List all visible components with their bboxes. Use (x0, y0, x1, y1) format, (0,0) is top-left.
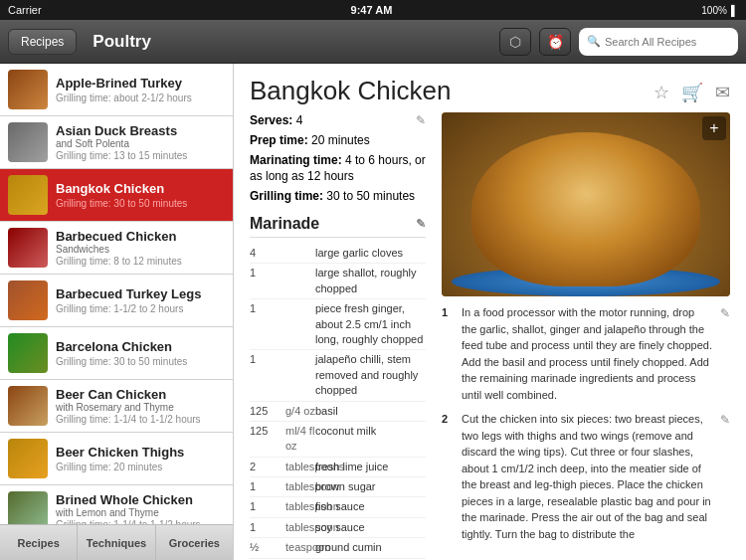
grill-icon-button[interactable]: ⬡ (499, 28, 531, 56)
recipe-name: Bangkok Chicken (56, 181, 225, 197)
status-bar: Carrier 9:47 AM 100% ▌ (0, 0, 746, 20)
recipe-thumbnail (8, 333, 48, 373)
recipes-back-button[interactable]: Recipes (8, 29, 77, 55)
ingredient-qty: 4 (250, 246, 285, 261)
ingredient-unit: g/4 oz (285, 404, 315, 419)
timer-icon: ⏰ (547, 34, 564, 50)
recipe-image: + (442, 112, 730, 296)
recipe-name: Apple-Brined Turkey (56, 76, 225, 92)
ingredient-unit: tablespoons (285, 460, 315, 474)
instruction-item: 1 In a food processor with the motor run… (442, 304, 730, 403)
recipe-item[interactable]: Brined Whole Chicken with Lemon and Thym… (0, 485, 233, 524)
ingredient-unit (285, 301, 315, 347)
ingredient-item: 1 piece fresh ginger, about 2.5 cm/1 inc… (250, 299, 426, 350)
detail-right: + 1 In a food processor with the motor r… (442, 112, 730, 560)
recipe-list: Apple-Brined Turkey Grilling time: about… (0, 64, 233, 524)
detail-left: Serves: 4 ✎ Prep time: 20 minutes Marina… (250, 112, 426, 560)
ingredient-item: 1 jalapeño chilli, stem removed and roug… (250, 350, 426, 401)
recipe-item[interactable]: Barbecued Turkey Legs Grilling time: 1-1… (0, 275, 233, 327)
sidebar: Apple-Brined Turkey Grilling time: about… (0, 64, 234, 560)
recipe-name: Barcelona Chicken (56, 339, 225, 355)
recipe-thumbnail (8, 70, 48, 109)
recipe-thumbnail (8, 228, 48, 268)
grill-icon: ⬡ (509, 34, 521, 50)
search-box[interactable]: 🔍 (579, 28, 738, 56)
timer-icon-button[interactable]: ⏰ (539, 28, 571, 56)
recipe-name: Barbecued Turkey Legs (56, 286, 225, 302)
ingredient-qty: 125 (250, 404, 285, 419)
recipe-name: Beer Can Chicken (56, 387, 225, 403)
recipe-image-inner (442, 112, 730, 296)
prep-row: Prep time: 20 minutes (250, 132, 426, 149)
recipe-item[interactable]: Beer Can Chicken with Rosemary and Thyme… (0, 380, 233, 433)
recipe-thumbnail (8, 439, 48, 478)
ingredient-qty: 2 (250, 460, 285, 474)
ingredient-name: brown sugar (315, 479, 376, 494)
search-icon: 🔍 (587, 35, 601, 48)
instruction-text: In a food processor with the motor runni… (462, 304, 712, 403)
ingredient-name: fish sauce (315, 499, 365, 514)
recipe-detail: Grilling time: 20 minutes (56, 462, 225, 472)
recipe-detail: Grilling time: about 2-1/2 hours (56, 93, 225, 103)
ingredient-name: jalapeño chilli, stem removed and roughl… (315, 352, 426, 398)
recipe-info: Beer Chicken Thighs Grilling time: 20 mi… (56, 445, 225, 472)
share-button[interactable]: ✉ (715, 82, 730, 103)
recipe-item[interactable]: Barcelona Chicken Grilling time: 30 to 5… (0, 327, 233, 380)
carrier-label: Carrier (8, 4, 42, 16)
ingredient-item: 2 tablespoons fresh lime juice (250, 458, 426, 477)
recipe-info: Apple-Brined Turkey Grilling time: about… (56, 76, 225, 103)
recipe-item[interactable]: Asian Duck Breasts and Soft Polenta Gril… (0, 116, 233, 169)
recipe-info: Barcelona Chicken Grilling time: 30 to 5… (56, 339, 225, 367)
recipe-name: Asian Duck Breasts (56, 123, 225, 139)
favorite-button[interactable]: ☆ (653, 82, 669, 103)
recipe-sub: Sandwiches (56, 244, 225, 255)
ingredient-qty: 1 (250, 301, 285, 347)
header-icons: ⬡ ⏰ 🔍 (499, 28, 746, 56)
recipe-thumbnail (8, 122, 48, 162)
recipe-item[interactable]: Bangkok Chicken Grilling time: 30 to 50 … (0, 169, 233, 222)
ingredient-unit (285, 266, 315, 296)
cart-button[interactable]: 🛒 (681, 82, 703, 103)
time-label: 9:47 AM (351, 4, 393, 16)
detail-header: Bangkok Chicken ☆ 🛒 ✉ (234, 64, 746, 112)
instruction-edit-icon[interactable]: ✎ (720, 411, 730, 542)
detail-actions: ☆ 🛒 ✉ (653, 76, 730, 103)
recipe-item[interactable]: Apple-Brined Turkey Grilling time: about… (0, 64, 233, 116)
serves-edit-icon[interactable]: ✎ (416, 112, 426, 129)
content-area: Apple-Brined Turkey Grilling time: about… (0, 64, 746, 560)
search-input[interactable] (605, 36, 730, 48)
instruction-number: 2 (442, 411, 454, 542)
sidebar-tab-recipes[interactable]: Recipes (0, 525, 78, 560)
recipe-item[interactable]: Beer Chicken Thighs Grilling time: 20 mi… (0, 433, 233, 485)
recipe-item[interactable]: Barbecued Chicken Sandwiches Grilling ti… (0, 222, 233, 275)
ingredient-name: soy sauce (315, 520, 365, 535)
battery-label: 100% ▌ (701, 5, 738, 16)
sidebar-tab-groceries[interactable]: Groceries (156, 525, 233, 560)
recipe-sub: and Soft Polenta (56, 138, 225, 149)
ingredient-qty: 1 (250, 520, 285, 535)
recipe-name: Brined Whole Chicken (56, 492, 225, 508)
ingredient-name: piece fresh ginger, about 2.5 cm/1 inch … (315, 301, 426, 347)
ingredient-unit (285, 352, 315, 398)
sidebar-tab-techniques[interactable]: Techniques (78, 525, 155, 560)
recipe-thumbnail (8, 491, 48, 524)
instruction-edit-icon[interactable]: ✎ (720, 304, 730, 403)
ingredient-item: 4 large garlic cloves (250, 244, 426, 264)
ingredient-qty: 1 (250, 479, 285, 494)
recipe-sub: with Lemon and Thyme (56, 507, 225, 518)
ingredient-name: large garlic cloves (315, 246, 403, 261)
detail-title: Bangkok Chicken (250, 76, 451, 106)
marinating-row: Marinating time: 4 to 6 hours, or as lon… (250, 152, 426, 186)
ingredient-unit: tablespoon (285, 520, 315, 535)
chicken-visual (471, 132, 700, 286)
ingredient-name: fresh lime juice (315, 460, 388, 474)
ingredient-unit: tablespoon (285, 499, 315, 514)
recipe-sub: with Rosemary and Thyme (56, 402, 225, 413)
marinade-edit-icon[interactable]: ✎ (416, 217, 426, 231)
ingredient-qty: 1 (250, 352, 285, 398)
recipe-info: Asian Duck Breasts and Soft Polenta Gril… (56, 123, 225, 162)
recipe-info: Brined Whole Chicken with Lemon and Thym… (56, 492, 225, 524)
detail-panel: Bangkok Chicken ☆ 🛒 ✉ Serves: 4 ✎ P (234, 64, 746, 560)
recipe-info: Barbecued Turkey Legs Grilling time: 1-1… (56, 286, 225, 314)
add-photo-button[interactable]: + (702, 116, 726, 140)
